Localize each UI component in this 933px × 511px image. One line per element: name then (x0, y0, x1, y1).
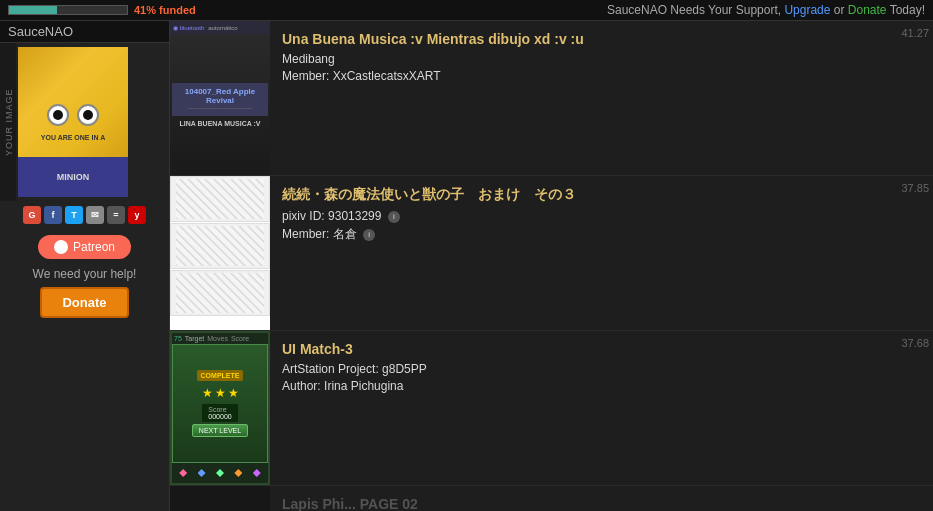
funded-text: 41% funded (134, 4, 196, 16)
result-score-1: 41.27 (901, 27, 929, 39)
result-info-3: UI Match-3 ArtStation Project: g8D5PP Au… (270, 331, 933, 485)
manga-content-1 (176, 179, 264, 219)
result-info-1: Una Buena Musica :v Mientras dibujo xd :… (270, 21, 933, 175)
minion-pupil-left (53, 110, 63, 120)
patreon-button[interactable]: Patreon (38, 235, 131, 259)
patreon-icon (54, 240, 68, 254)
gem-orange (234, 469, 242, 477)
manga-content-2 (176, 226, 264, 266)
result-item-1: ◉ bluetooth automático 104007_Red Apple … (170, 21, 933, 176)
member-label-1: Member: (282, 69, 329, 83)
result-author-3: Author: Irina Pichugina (282, 379, 921, 393)
score-box: Score 000000 (202, 404, 237, 422)
member-label-2: Member: (282, 227, 329, 241)
donate-button[interactable]: Donate (40, 287, 128, 318)
source-label-3: ArtStation Project: (282, 362, 379, 376)
complete-banner: COMPLETE (197, 370, 244, 381)
manga-strip-1 (170, 176, 270, 222)
upgrade-link[interactable]: Upgrade (784, 3, 830, 17)
gem-blue (198, 469, 206, 477)
result-info-4: Lapis Phi... PAGE 02 (270, 486, 933, 511)
extra-icon[interactable]: = (107, 206, 125, 224)
minion-eye-right (77, 104, 99, 126)
minion-text: YOU ARE ONE IN A (41, 134, 105, 141)
minion-eyes (47, 104, 99, 126)
result-member-2: Member: 名倉 i (282, 226, 921, 243)
star-2: ★ (215, 386, 226, 400)
result-title-1[interactable]: Una Buena Musica :v Mientras dibujo xd :… (282, 31, 921, 47)
star-3: ★ (228, 386, 239, 400)
source-label-1: Medibang (282, 52, 335, 66)
result-title-2[interactable]: 続続・森の魔法使いと獣の子 おまけ その３ (282, 186, 921, 204)
main-image-wrapper: YOUR IMAGE YOU ARE ONE IN A MINION (0, 43, 169, 201)
progress-bar-container (8, 5, 128, 15)
info-icon-2[interactable]: i (388, 211, 400, 223)
facebook-icon[interactable]: f (44, 206, 62, 224)
author-link-3[interactable]: Irina Pichugina (324, 379, 403, 393)
minion-pupil-right (83, 110, 93, 120)
game-bottom (172, 463, 268, 483)
result-title-3[interactable]: UI Match-3 (282, 341, 921, 357)
result-item-3: 75 Target Moves Score COMPLETE ★ ★ ★ Sco… (170, 331, 933, 486)
main-layout: SauceNAO YOUR IMAGE YOU ARE ONE IN A MIN… (0, 21, 933, 511)
result-source-1: Medibang (282, 52, 921, 66)
gem-purple (253, 469, 261, 477)
progress-bar-fill (9, 6, 57, 14)
source-link-3[interactable]: g8D5PP (382, 362, 427, 376)
support-message: SauceNAO Needs Your Support, (607, 3, 781, 17)
result-thumbnail-3: 75 Target Moves Score COMPLETE ★ ★ ★ Sco… (170, 331, 270, 485)
next-level-button[interactable]: NEXT LEVEL (192, 424, 248, 437)
thumb1-top: ◉ bluetooth automático (170, 21, 270, 34)
your-image-label: YOUR IMAGE (0, 43, 16, 201)
stars-row: ★ ★ ★ (202, 386, 239, 400)
yandex-icon[interactable]: y (128, 206, 146, 224)
info-icon-member-2[interactable]: i (363, 229, 375, 241)
game-complete: COMPLETE ★ ★ ★ Score 000000 NEXT LEVEL (172, 344, 268, 463)
thumb1-body: 104007_Red Apple Revival ───────────── L… (170, 34, 270, 175)
result-title-4: Lapis Phi... PAGE 02 (282, 496, 921, 511)
author-label-3: Author: (282, 379, 321, 393)
result-item-4: Lapis Phi... PAGE 02 (170, 486, 933, 511)
source-label-2: pixiv ID: (282, 209, 325, 223)
sidebar-header: SauceNAO (0, 21, 169, 43)
gem-pink (179, 469, 187, 477)
uploaded-image: YOU ARE ONE IN A MINION (18, 47, 128, 197)
gem-green (216, 469, 224, 477)
thumb1-title: LINA BUENA MUSICA :V (170, 118, 270, 129)
game-header: 75 Target Moves Score (172, 333, 268, 344)
or-text: or (834, 3, 848, 17)
donate-link-top[interactable]: Donate (848, 3, 887, 17)
sidebar: SauceNAO YOUR IMAGE YOU ARE ONE IN A MIN… (0, 21, 170, 511)
manga-strip-2 (170, 223, 270, 269)
support-text: We need your help! (25, 265, 145, 283)
result-source-2: pixiv ID: 93013299 i (282, 209, 921, 223)
top-bar-left: 41% funded (8, 4, 196, 16)
member-link-1[interactable]: XxCastlecatsxXART (333, 69, 441, 83)
result-thumbnail-4 (170, 486, 270, 511)
minion-bottom: MINION (18, 157, 128, 197)
manga-content-3 (176, 273, 264, 313)
result-source-3: ArtStation Project: g8D5PP (282, 362, 921, 376)
result-score-2: 37.85 (901, 182, 929, 194)
result-score-3: 37.68 (901, 337, 929, 349)
google-icon[interactable]: G (23, 206, 41, 224)
tumblr-icon[interactable]: T (65, 206, 83, 224)
result-info-2: 続続・森の魔法使いと獣の子 おまけ その３ pixiv ID: 93013299… (270, 176, 933, 330)
patreon-label: Patreon (73, 240, 115, 254)
site-logo: SauceNAO (8, 24, 73, 39)
source-link-2[interactable]: 93013299 (328, 209, 381, 223)
result-thumbnail-2 (170, 176, 270, 330)
member-link-2[interactable]: 名倉 (333, 227, 357, 241)
star-1: ★ (202, 386, 213, 400)
mail-icon[interactable]: ✉ (86, 206, 104, 224)
result-member-1: Member: XxCastlecatsxXART (282, 69, 921, 83)
results-area: ◉ bluetooth automático 104007_Red Apple … (170, 21, 933, 511)
social-icons: G f T ✉ = y (19, 201, 150, 229)
result-thumbnail-1: ◉ bluetooth automático 104007_Red Apple … (170, 21, 270, 175)
today-text: Today! (890, 3, 925, 17)
minion-eye-left (47, 104, 69, 126)
manga-strip-3 (170, 270, 270, 316)
result-item-2: 続続・森の魔法使いと獣の子 おまけ その３ pixiv ID: 93013299… (170, 176, 933, 331)
top-bar-support: SauceNAO Needs Your Support, Upgrade or … (607, 3, 925, 17)
top-bar: 41% funded SauceNAO Needs Your Support, … (0, 0, 933, 21)
